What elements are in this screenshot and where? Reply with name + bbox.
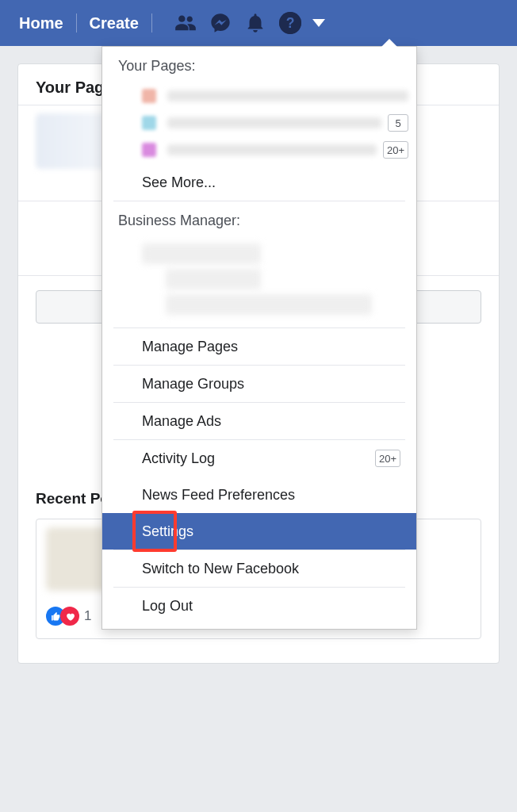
account-dropdown-menu: Your Pages: 5 20+ See More... Business M… [101,46,417,630]
menu-item-label: Settings [142,523,400,540]
bm-item-redacted[interactable] [166,269,261,289]
news-feed-preferences-item[interactable]: News Feed Preferences [102,477,416,513]
friends-icon[interactable] [168,6,203,40]
settings-item[interactable]: Settings [102,513,416,550]
notification-badge: 5 [388,114,408,132]
menu-item-label: Manage Ads [142,413,400,430]
help-icon[interactable]: ? [273,6,308,40]
top-navbar: Home Create ? [0,0,517,46]
page-name-redacted [167,144,377,155]
menu-item-label: News Feed Preferences [142,487,400,504]
manage-groups-item[interactable]: Manage Groups [102,366,416,402]
see-more-link[interactable]: See More... [102,168,416,201]
activity-log-item[interactable]: Activity Log 20+ [102,440,416,477]
account-menu-caret-icon[interactable] [312,19,325,27]
notification-badge: 20+ [375,450,400,467]
menu-item-label: Switch to New Facebook [142,561,400,577]
nav-home-link[interactable]: Home [11,10,71,37]
page-name-redacted [167,90,408,102]
your-pages-section-label: Your Pages: [102,47,416,79]
menu-item-label: Log Out [142,598,400,615]
notifications-icon[interactable] [238,6,273,40]
manage-pages-item[interactable]: Manage Pages [102,328,416,365]
page-avatar-redacted [142,89,156,103]
bm-item-redacted[interactable] [166,294,372,315]
notification-badge: 20+ [383,141,408,159]
messenger-icon[interactable] [203,6,238,40]
business-manager-section-label: Business Manager: [102,201,416,234]
nav-icons-group: ? [168,6,325,40]
manage-ads-item[interactable]: Manage Ads [102,403,416,439]
nav-divider [151,13,152,33]
bm-item-redacted[interactable] [142,243,261,264]
love-reaction-icon [60,607,79,626]
dropdown-arrow-icon [381,39,397,47]
business-manager-list [102,234,416,327]
page-avatar-redacted [142,143,156,157]
page-row[interactable] [142,82,408,109]
reaction-count: 1 [84,608,91,624]
svg-text:?: ? [285,15,294,31]
page-name-redacted [167,117,381,128]
log-out-item[interactable]: Log Out [102,588,416,624]
page-row[interactable]: 20+ [142,136,408,163]
menu-item-label: Manage Pages [142,339,400,355]
your-pages-list: 5 20+ [102,79,416,168]
menu-item-label: Manage Groups [142,376,400,393]
nav-create-link[interactable]: Create [82,10,147,37]
switch-to-new-facebook-item[interactable]: Switch to New Facebook [102,550,416,587]
page-avatar-redacted [142,116,156,130]
menu-item-label: Activity Log [142,450,369,467]
page-row[interactable]: 5 [142,109,408,136]
nav-divider [76,13,77,33]
